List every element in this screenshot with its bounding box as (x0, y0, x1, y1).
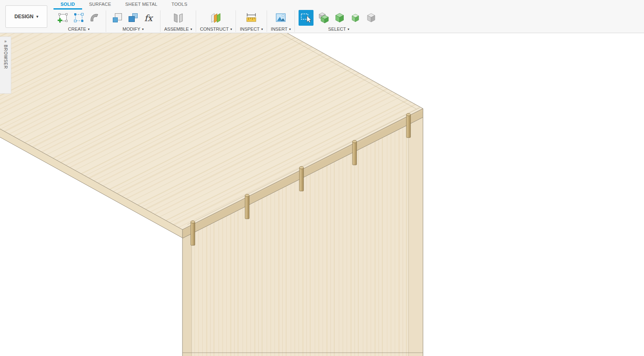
press-pull-icon (111, 12, 124, 24)
measure-icon (245, 12, 258, 24)
side-panel-left-edge[interactable] (182, 234, 192, 356)
expand-arrow-icon: » (4, 39, 7, 44)
fusion-app-window: DESIGN ▾ SOLID SURFACE SHEET METAL TOOLS (0, 0, 644, 356)
create-form-icon (73, 12, 85, 24)
model-wood-panels (0, 33, 423, 356)
select-component-icon (365, 12, 377, 24)
select-body-button[interactable] (316, 10, 331, 26)
group-inspect: INSPECT ▾ (236, 10, 267, 32)
ribbon-toolbar: DESIGN ▾ SOLID SURFACE SHEET METAL TOOLS (0, 0, 644, 33)
create-sketch-icon (57, 12, 69, 24)
group-select: SELECT ▾ (295, 10, 382, 32)
insert-image-button[interactable] (273, 10, 288, 26)
workspace-selector-label: DESIGN (15, 14, 34, 19)
sweep-button[interactable] (87, 10, 102, 26)
create-form-button[interactable] (71, 10, 86, 26)
side-panel-right-edge[interactable] (408, 117, 423, 356)
insert-image-icon (275, 12, 287, 24)
group-inspect-dropdown[interactable]: INSPECT ▾ (240, 26, 263, 32)
tab-sheet-metal[interactable]: SHEET METAL (118, 0, 165, 10)
construction-plane-icon (210, 12, 222, 24)
group-construct-dropdown[interactable]: CONSTRUCT ▾ (200, 26, 232, 32)
change-parameters-button[interactable]: fx (141, 10, 156, 26)
tab-solid[interactable]: SOLID (53, 0, 82, 10)
dowel-pin[interactable] (299, 167, 304, 191)
dowel-pin[interactable] (245, 194, 249, 219)
ribbon-tabs: SOLID SURFACE SHEET METAL TOOLS (53, 0, 194, 10)
create-sketch-button[interactable] (56, 10, 70, 26)
select-face-icon (349, 12, 362, 24)
select-solid-button[interactable] (332, 10, 347, 26)
window-select-button[interactable] (299, 10, 313, 26)
change-parameters-fx-icon: fx (143, 12, 155, 24)
group-create-dropdown[interactable]: CREATE ▾ (68, 26, 90, 32)
caret-down-icon: ▾ (230, 27, 232, 31)
offset-face-button[interactable] (126, 10, 141, 26)
dowel-pin[interactable] (352, 140, 357, 165)
group-assemble: ASSEMBLE ▾ (160, 10, 196, 32)
group-modify-dropdown[interactable]: MODIFY ▾ (123, 26, 144, 32)
joint-button[interactable] (171, 10, 186, 26)
group-modify: fx MODIFY ▾ (106, 10, 160, 32)
workspace-selector-button[interactable]: DESIGN ▾ (5, 5, 47, 28)
select-solid-icon (333, 12, 346, 24)
joint-icon (171, 12, 185, 24)
group-assemble-dropdown[interactable]: ASSEMBLE ▾ (164, 26, 192, 32)
ribbon-groups: CREATE ▾ (52, 10, 382, 33)
select-body-icon (318, 12, 330, 24)
select-component-button[interactable] (364, 10, 379, 26)
group-insert: INSERT ▾ (267, 10, 294, 32)
caret-down-icon: ▾ (36, 15, 39, 19)
tab-surface[interactable]: SURFACE (82, 0, 118, 10)
measure-button[interactable] (244, 10, 259, 26)
group-insert-dropdown[interactable]: INSERT ▾ (271, 26, 291, 32)
group-construct: CONSTRUCT ▾ (196, 10, 236, 32)
caret-down-icon: ▾ (88, 27, 90, 31)
browser-panel-label: BROWSER (3, 45, 8, 69)
caret-down-icon: ▾ (289, 27, 291, 31)
caret-down-icon: ▾ (261, 27, 263, 31)
window-select-icon (299, 11, 313, 24)
caret-down-icon: ▾ (348, 27, 349, 31)
dowel-pin[interactable] (191, 221, 195, 246)
dowel-pin[interactable] (406, 114, 411, 138)
caret-down-icon: ▾ (142, 27, 143, 31)
caret-down-icon: ▾ (190, 27, 192, 31)
press-pull-button[interactable] (110, 10, 125, 26)
select-face-button[interactable] (348, 10, 363, 26)
group-select-dropdown[interactable]: SELECT ▾ (328, 26, 349, 32)
sweep-icon (88, 12, 101, 24)
viewport-canvas[interactable] (0, 33, 644, 356)
fx-text: fx (144, 13, 153, 23)
construction-plane-button[interactable] (209, 10, 224, 26)
3d-scene (0, 33, 644, 356)
offset-face-icon (127, 12, 139, 24)
browser-panel-expand[interactable]: » BROWSER (0, 36, 11, 94)
group-create: CREATE ▾ (52, 10, 106, 32)
tab-tools[interactable]: TOOLS (165, 0, 194, 10)
